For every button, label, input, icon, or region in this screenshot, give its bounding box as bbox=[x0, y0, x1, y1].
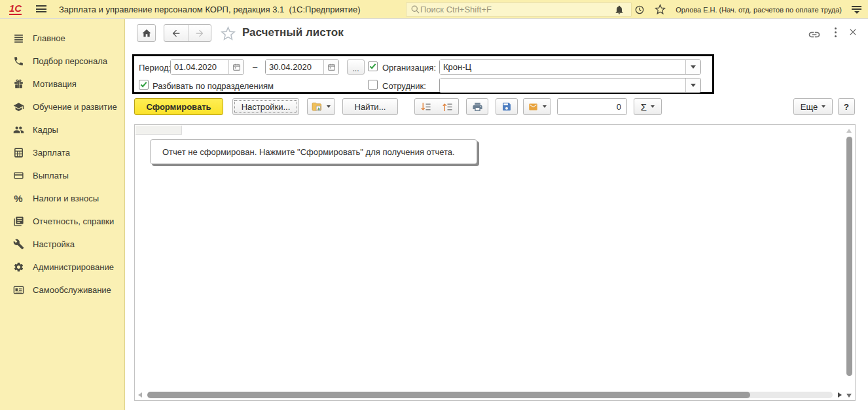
employee-combobox bbox=[439, 78, 701, 93]
employee-input[interactable] bbox=[440, 78, 685, 92]
home-button[interactable] bbox=[137, 24, 156, 42]
favorites-star-icon[interactable] bbox=[655, 4, 666, 15]
forward-arrow-icon bbox=[194, 28, 205, 39]
sidebar-item-label: Зарплата bbox=[33, 148, 70, 158]
vertical-scroll-thumb[interactable] bbox=[846, 137, 852, 376]
sidebar-item-otchetnost[interactable]: Отчетность, справки bbox=[0, 210, 124, 233]
sidebar-item-obuchenie[interactable]: Обучение и развитие bbox=[0, 95, 124, 118]
horizontal-scrollbar[interactable] bbox=[137, 391, 843, 399]
link-icon[interactable] bbox=[808, 28, 821, 41]
topbar-right-cluster: Орлова Е.Н. (Нач. отд. расчетов по оплат… bbox=[614, 0, 861, 19]
home-icon bbox=[141, 28, 152, 39]
sidebar-item-administrirovanie[interactable]: Администрирование bbox=[0, 256, 124, 279]
organization-input[interactable] bbox=[440, 60, 685, 74]
calendar-icon[interactable] bbox=[323, 60, 338, 74]
search-input[interactable] bbox=[420, 5, 627, 14]
main-area: Расчетный листок Период: – bbox=[125, 19, 868, 410]
check-icon bbox=[140, 81, 147, 88]
vertical-scrollbar[interactable] bbox=[845, 126, 854, 399]
documents-icon bbox=[12, 216, 25, 227]
sidebar-item-glavnoe[interactable]: Главное bbox=[0, 27, 124, 50]
sidebar: Главное Подбор персонала Мотивация Обуче… bbox=[0, 19, 125, 410]
employee-checkbox[interactable] bbox=[368, 80, 378, 90]
sidebar-item-motivatsiya[interactable]: Мотивация bbox=[0, 73, 124, 95]
star-outline-icon[interactable] bbox=[221, 26, 236, 41]
sidebar-item-label: Подбор персонала bbox=[33, 56, 107, 66]
sidebar-item-kadry[interactable]: Кадры bbox=[0, 118, 124, 141]
topbar: 1С Зарплата и управление персоналом КОРП… bbox=[0, 0, 868, 19]
history-icon[interactable] bbox=[634, 5, 645, 15]
scroll-right-arrow-icon[interactable] bbox=[838, 392, 842, 398]
scroll-left-arrow-icon[interactable] bbox=[138, 392, 142, 398]
app-title: Зарплата и управление персоналом КОРП, р… bbox=[59, 5, 361, 14]
back-button[interactable] bbox=[164, 25, 188, 41]
organization-checkbox[interactable] bbox=[368, 61, 378, 71]
chevron-down-icon[interactable] bbox=[685, 60, 700, 74]
chevron-down-icon bbox=[822, 105, 825, 108]
bell-icon[interactable] bbox=[614, 5, 624, 15]
horizontal-scroll-track[interactable] bbox=[147, 392, 833, 398]
sidebar-item-podbor-personala[interactable]: Подбор персонала bbox=[0, 50, 124, 73]
sidebar-item-samoobsluzhivanie[interactable]: Самообслуживание bbox=[0, 279, 124, 301]
sidebar-item-label: Самообслуживание bbox=[33, 285, 111, 295]
choose-period-button[interactable]: ... bbox=[347, 60, 365, 75]
save-button[interactable] bbox=[496, 98, 518, 115]
phone-icon bbox=[12, 56, 25, 67]
generate-button[interactable]: Сформировать bbox=[134, 98, 223, 115]
sum-button[interactable]: Σ bbox=[634, 98, 662, 115]
current-user[interactable]: Орлова Е.Н. (Нач. отд. расчетов по оплат… bbox=[676, 6, 842, 14]
split-by-departments-checkbox[interactable] bbox=[139, 80, 149, 90]
collapse-levels-button[interactable] bbox=[414, 98, 437, 115]
sidebar-item-label: Отчетность, справки bbox=[33, 216, 114, 226]
range-dash: – bbox=[253, 62, 257, 72]
sidebar-item-zarplata[interactable]: Зарплата bbox=[0, 141, 124, 164]
global-search[interactable] bbox=[406, 2, 632, 17]
sidebar-item-nalogi[interactable]: % Налоги и взносы bbox=[0, 187, 124, 210]
report-area: Отчет не сформирован. Нажмите "Сформиров… bbox=[134, 124, 856, 401]
expand-levels-button[interactable] bbox=[437, 98, 459, 115]
period-to-field bbox=[265, 60, 339, 75]
app-window: 1С Зарплата и управление персоналом КОРП… bbox=[0, 0, 868, 410]
sidebar-item-label: Мотивация bbox=[33, 79, 77, 89]
report-variants-icon bbox=[312, 102, 323, 112]
sidebar-item-label: Обучение и развитие bbox=[33, 102, 117, 112]
people-icon bbox=[12, 124, 25, 135]
scroll-up-arrow-icon[interactable] bbox=[846, 129, 852, 133]
history-nav-group bbox=[164, 24, 211, 42]
sidebar-item-label: Администрирование bbox=[33, 262, 114, 272]
kebab-menu-icon[interactable] bbox=[834, 27, 837, 37]
scroll-down-arrow-icon[interactable] bbox=[846, 394, 852, 398]
printer-icon bbox=[472, 101, 483, 112]
wrench-icon bbox=[12, 239, 25, 250]
row-counter-field bbox=[557, 98, 627, 115]
sidebar-item-nastroyka[interactable]: Настройка bbox=[0, 233, 124, 256]
gift-icon bbox=[12, 78, 25, 90]
print-button[interactable] bbox=[466, 98, 488, 115]
period-to-input[interactable] bbox=[266, 60, 323, 74]
page-title: Расчетный листок bbox=[242, 26, 344, 39]
settings-button[interactable]: Настройки... bbox=[232, 98, 299, 115]
sidebar-item-vyplaty[interactable]: Выплаты bbox=[0, 164, 124, 187]
email-button[interactable] bbox=[523, 98, 551, 115]
service-menu-icon[interactable] bbox=[852, 6, 861, 14]
more-button[interactable]: Еще bbox=[793, 98, 833, 115]
sidebar-item-label: Настройка bbox=[33, 239, 75, 249]
row-counter-input[interactable] bbox=[558, 99, 626, 114]
report-variants-button[interactable] bbox=[307, 98, 335, 115]
collapse-levels-icon bbox=[420, 101, 431, 112]
spreadsheet-corner-cell bbox=[136, 126, 182, 135]
main-menu-icon[interactable] bbox=[36, 5, 46, 14]
period-from-field bbox=[170, 60, 244, 75]
close-icon[interactable] bbox=[848, 27, 858, 37]
filter-panel: Период: – ... Организация: bbox=[132, 54, 714, 94]
find-button[interactable]: Найти... bbox=[342, 98, 398, 115]
help-button[interactable]: ? bbox=[838, 98, 855, 115]
horizontal-scroll-thumb[interactable] bbox=[147, 392, 750, 398]
period-from-input[interactable] bbox=[171, 60, 228, 74]
chevron-down-icon bbox=[543, 105, 547, 108]
gear-icon bbox=[12, 262, 25, 273]
forward-button[interactable] bbox=[188, 25, 211, 41]
chevron-down-icon[interactable] bbox=[685, 78, 700, 92]
credit-card-icon bbox=[12, 170, 25, 181]
calendar-icon[interactable] bbox=[228, 60, 244, 74]
